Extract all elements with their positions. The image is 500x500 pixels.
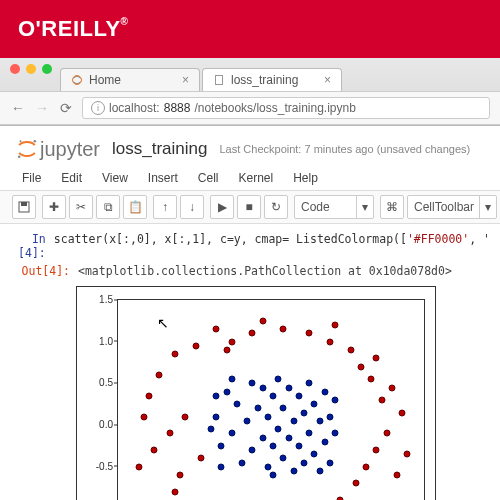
maximize-window-icon[interactable] [42, 64, 52, 74]
run-button[interactable]: ▶ [210, 195, 234, 219]
data-point [171, 351, 178, 358]
menu-edit[interactable]: Edit [53, 168, 90, 188]
svg-rect-6 [21, 202, 27, 206]
data-point [218, 442, 225, 449]
menu-kernel[interactable]: Kernel [231, 168, 282, 188]
y-tick-label: 0.0 [77, 419, 113, 430]
data-point [363, 463, 370, 470]
data-point [332, 397, 339, 404]
forward-icon[interactable]: → [34, 100, 50, 116]
data-point [301, 409, 308, 416]
window-controls [0, 58, 62, 74]
data-point [218, 463, 225, 470]
data-point [140, 413, 147, 420]
mouse-cursor-icon: ↖ [157, 315, 169, 331]
data-point [316, 417, 323, 424]
data-point [332, 430, 339, 437]
menu-view[interactable]: View [94, 168, 136, 188]
data-point [301, 459, 308, 466]
move-down-button[interactable]: ↓ [180, 195, 204, 219]
data-point [259, 384, 266, 391]
scatter-plot: ↖ -1.5-1.0-0.50.00.51.01.5-1.5-1.0-0.50.… [76, 286, 436, 500]
browser-tab-notebook[interactable]: loss_training × [202, 68, 342, 91]
minimize-window-icon[interactable] [26, 64, 36, 74]
data-point [388, 384, 395, 391]
data-point [295, 442, 302, 449]
browser-chrome: Home × loss_training × ← → ⟳ i localhost… [0, 58, 500, 126]
data-point [223, 388, 230, 395]
oreilly-header: O'REILLY® [0, 0, 500, 58]
move-up-button[interactable]: ↑ [153, 195, 177, 219]
data-point [306, 430, 313, 437]
jupyter-logo[interactable]: jupyter [14, 136, 100, 162]
command-palette-button[interactable]: ⌘ [380, 195, 404, 219]
data-point [306, 380, 313, 387]
data-point [285, 384, 292, 391]
data-point [270, 442, 277, 449]
data-point [280, 405, 287, 412]
data-point [326, 413, 333, 420]
data-point [228, 338, 235, 345]
data-point [332, 322, 339, 329]
data-point [275, 426, 282, 433]
data-point [311, 401, 318, 408]
browser-tabs: Home × loss_training × [0, 65, 500, 91]
data-point [264, 463, 271, 470]
paste-button[interactable]: 📋 [123, 195, 147, 219]
output-text: <matplotlib.collections.PathCollection a… [78, 264, 500, 278]
data-point [228, 430, 235, 437]
notebook-name[interactable]: loss_training [112, 139, 207, 159]
toolbar: ✚ ✂ ⧉ 📋 ↑ ↓ ▶ ■ ↻ Code ⌘ CellToolbar [0, 190, 500, 224]
copy-button[interactable]: ⧉ [96, 195, 120, 219]
svg-point-4 [20, 140, 22, 142]
menu-insert[interactable]: Insert [140, 168, 186, 188]
address-bar-row: ← → ⟳ i localhost:8888/notebooks/loss_tr… [0, 91, 500, 125]
data-point [213, 413, 220, 420]
data-point [249, 330, 256, 337]
celltype-select[interactable]: Code [294, 195, 374, 219]
celltoolbar-select[interactable]: CellToolbar [407, 195, 497, 219]
save-button[interactable] [12, 195, 36, 219]
data-point [280, 455, 287, 462]
data-point [347, 347, 354, 354]
data-point [373, 355, 380, 362]
data-point [264, 413, 271, 420]
data-point [326, 338, 333, 345]
jupyter-logo-text: jupyter [40, 138, 100, 161]
data-point [239, 459, 246, 466]
data-point [280, 326, 287, 333]
add-cell-button[interactable]: ✚ [42, 195, 66, 219]
y-tick-label: 1.5 [77, 294, 113, 305]
address-bar[interactable]: i localhost:8888/notebooks/loss_training… [82, 97, 490, 119]
data-point [316, 467, 323, 474]
restart-button[interactable]: ↻ [264, 195, 288, 219]
data-point [151, 447, 158, 454]
reload-icon[interactable]: ⟳ [58, 100, 74, 116]
y-tick-label: 0.5 [77, 377, 113, 388]
cut-button[interactable]: ✂ [69, 195, 93, 219]
close-tab-icon[interactable]: × [182, 73, 189, 87]
close-tab-icon[interactable]: × [324, 73, 331, 87]
data-point [259, 434, 266, 441]
stop-button[interactable]: ■ [237, 195, 261, 219]
site-info-icon[interactable]: i [91, 101, 105, 115]
data-point [321, 438, 328, 445]
data-point [249, 380, 256, 387]
data-point [295, 392, 302, 399]
menu-cell[interactable]: Cell [190, 168, 227, 188]
menu-file[interactable]: File [14, 168, 49, 188]
close-window-icon[interactable] [10, 64, 20, 74]
input-cell[interactable]: In [4]: scatter(x[:,0], x[:,1], c=y, cma… [0, 230, 500, 262]
data-point [244, 417, 251, 424]
data-point [290, 467, 297, 474]
back-icon[interactable]: ← [10, 100, 26, 116]
celltype-label: Code [301, 200, 330, 214]
data-point [233, 401, 240, 408]
code-input[interactable]: scatter(x[:,0], x[:,1], c=y, cmap= Liste… [54, 232, 500, 260]
data-point [337, 497, 344, 501]
browser-tab-home[interactable]: Home × [60, 68, 200, 91]
data-point [213, 326, 220, 333]
data-point [311, 451, 318, 458]
menu-help[interactable]: Help [285, 168, 326, 188]
data-point [135, 463, 142, 470]
